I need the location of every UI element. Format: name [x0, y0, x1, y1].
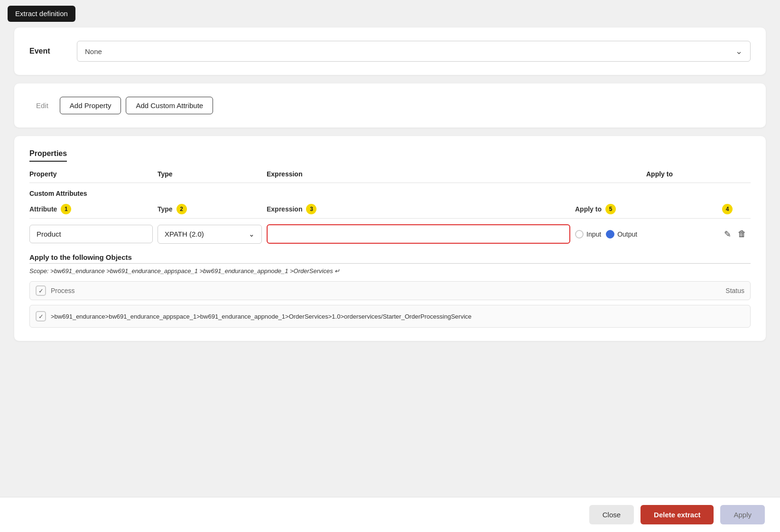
badge-3: 3: [306, 204, 316, 214]
add-property-button[interactable]: Add Property: [60, 97, 121, 114]
output-radio[interactable]: [606, 230, 614, 238]
col-property: Property: [29, 170, 153, 178]
input-radio-group[interactable]: Input: [575, 230, 601, 238]
process-header: ✓ Process Status: [29, 281, 751, 300]
process-left: ✓ Process: [36, 285, 75, 296]
badge-1: 1: [61, 204, 71, 214]
edit-button[interactable]: Edit: [29, 98, 55, 113]
process-checkbox[interactable]: ✓: [36, 285, 46, 296]
delete-extract-button[interactable]: Delete extract: [641, 505, 714, 524]
apply-button[interactable]: Apply: [720, 505, 765, 524]
badge-5: 5: [605, 204, 616, 214]
ca-col-type: Type 2: [158, 204, 262, 214]
event-select-value: None: [85, 47, 102, 55]
top-bar-title: Extract definition: [15, 9, 68, 18]
apply-to-objects: Apply to the following Objects Scope: >b…: [29, 253, 751, 328]
output-radio-group[interactable]: Output: [606, 230, 637, 238]
action-buttons: ✎ 🗑: [722, 227, 751, 241]
toolbar-row: Edit Add Property Add Custom Attribute: [29, 97, 751, 114]
properties-table-header: Property Type Expression Apply to: [29, 165, 751, 183]
toolbar-card: Edit Add Property Add Custom Attribute: [14, 83, 766, 128]
input-radio[interactable]: [575, 230, 584, 238]
scope-value: Scope: >bw691_endurance >bw691_endurance…: [29, 267, 340, 275]
process-label: Process: [51, 287, 75, 294]
ca-col-expression: Expression 3: [267, 204, 570, 214]
event-card: Event None ⌄: [14, 28, 766, 75]
footer: Close Delete extract Apply: [0, 497, 780, 532]
apply-to-col: Input Output: [575, 230, 717, 238]
status-label: Status: [725, 287, 744, 294]
event-label: Event: [29, 47, 67, 55]
close-button[interactable]: Close: [589, 505, 634, 524]
ca-col-attribute: Attribute 1: [29, 204, 153, 214]
output-radio-label: Output: [617, 230, 637, 238]
attribute-input[interactable]: [29, 225, 153, 243]
process-path: >bw691_endurance>bw691_endurance_appspac…: [51, 313, 472, 320]
ca-col-apply-to: Apply to 5: [575, 204, 717, 214]
custom-attributes-title: Custom Attributes: [29, 190, 751, 197]
custom-attr-row: XPATH (2.0) ⌄ Input Output ✎ 🗑: [29, 224, 751, 244]
properties-section-title: Properties: [29, 149, 67, 162]
scope-text: Scope: >bw691_endurance >bw691_endurance…: [29, 267, 751, 275]
add-custom-attribute-button[interactable]: Add Custom Attribute: [126, 97, 213, 114]
col-expression: Expression: [267, 170, 641, 178]
col-apply-to: Apply to: [646, 170, 751, 178]
apply-to-objects-title: Apply to the following Objects: [29, 253, 751, 264]
expression-input[interactable]: [267, 224, 570, 244]
badge-4: 4: [722, 204, 733, 214]
custom-attr-sub-header: Attribute 1 Type 2 Expression 3 Apply to…: [29, 202, 751, 219]
event-select[interactable]: None ⌄: [77, 41, 751, 62]
process-path-checkbox[interactable]: ✓: [36, 311, 46, 321]
type-select[interactable]: XPATH (2.0) ⌄: [158, 225, 262, 244]
delete-icon-button[interactable]: 🗑: [736, 227, 748, 241]
properties-card: Properties Property Type Expression Appl…: [14, 136, 766, 341]
edit-icon-button[interactable]: ✎: [722, 227, 733, 241]
top-bar: Extract definition: [8, 6, 75, 22]
type-select-value: XPATH (2.0): [165, 230, 204, 238]
chevron-down-icon: ⌄: [735, 46, 743, 56]
ca-col-action: 4: [722, 204, 751, 214]
badge-2: 2: [176, 204, 187, 214]
col-type: Type: [158, 170, 262, 178]
input-radio-label: Input: [586, 230, 601, 238]
event-row: Event None ⌄: [29, 41, 751, 62]
type-chevron-icon: ⌄: [249, 230, 255, 238]
process-row: ✓ >bw691_endurance>bw691_endurance_appsp…: [29, 305, 751, 328]
